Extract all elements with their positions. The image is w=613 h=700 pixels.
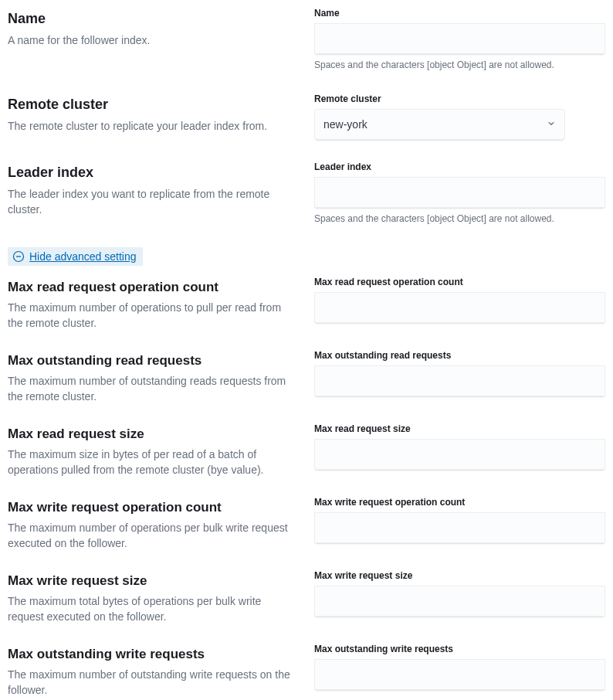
remote-cluster-title: Remote cluster <box>8 95 299 114</box>
max-read-request-operation-count-description: The maximum number of operations to pull… <box>8 301 299 331</box>
max-read-request-operation-count-input[interactable] <box>314 292 605 323</box>
max-read-request-operation-count-field-label: Max read request operation count <box>314 277 605 287</box>
max-write-request-size-description: The maximum total bytes of operations pe… <box>8 594 299 624</box>
remote-cluster-right: Remote cluster new-york <box>314 93 605 140</box>
max-write-request-size-section: Max write request size The maximum total… <box>8 570 605 625</box>
remote-cluster-select[interactable]: new-york <box>314 109 565 140</box>
leader-index-left: Leader index The leader index you want t… <box>8 161 314 226</box>
max-outstanding-write-requests-field-label: Max outstanding write requests <box>314 644 605 654</box>
leader-index-help-text: Spaces and the characters [object Object… <box>314 212 605 226</box>
advanced-section: Max read request operation count The max… <box>8 277 605 698</box>
max-read-request-operation-count-section: Max read request operation count The max… <box>8 277 605 331</box>
max-read-request-size-description: The maximum size in bytes of per read of… <box>8 447 299 477</box>
max-read-request-size-title: Max read request size <box>8 425 299 443</box>
max-outstanding-read-requests-input[interactable] <box>314 365 605 396</box>
leader-index-section: Leader index The leader index you want t… <box>8 161 605 226</box>
name-input[interactable] <box>314 23 605 54</box>
hide-advanced-toggle[interactable]: Hide advanced setting <box>8 247 143 266</box>
name-section: Name A name for the follower index. Name… <box>8 8 605 72</box>
max-read-request-size-section: Max read request size The maximum size i… <box>8 423 605 478</box>
max-read-request-size-input[interactable] <box>314 439 605 470</box>
remote-cluster-left: Remote cluster The remote cluster to rep… <box>8 93 314 140</box>
leader-index-title: Leader index <box>8 163 299 182</box>
max-write-request-operation-count-section: Max write request operation count The ma… <box>8 497 605 552</box>
leader-index-field-label: Leader index <box>314 161 605 172</box>
max-read-request-size-field-label: Max read request size <box>314 423 605 434</box>
max-write-request-size-input[interactable] <box>314 586 605 617</box>
hide-advanced-text: Hide advanced setting <box>29 250 137 263</box>
remote-cluster-field-label: Remote cluster <box>314 93 605 104</box>
remote-cluster-section: Remote cluster The remote cluster to rep… <box>8 93 605 140</box>
max-outstanding-read-requests-field-label: Max outstanding read requests <box>314 350 605 361</box>
minus-circle-icon <box>12 250 25 263</box>
name-title: Name <box>8 9 299 29</box>
leader-index-description: The leader index you want to replicate f… <box>8 187 299 217</box>
max-write-request-size-field-label: Max write request size <box>314 570 605 581</box>
leader-index-right: Leader index Spaces and the characters [… <box>314 161 605 226</box>
max-outstanding-read-requests-section: Max outstanding read requests The maximu… <box>8 350 605 405</box>
max-write-request-size-title: Max write request size <box>8 572 299 590</box>
max-outstanding-read-requests-description: The maximum number of outstanding reads … <box>8 374 299 404</box>
max-write-request-operation-count-description: The maximum number of operations per bul… <box>8 521 299 551</box>
max-outstanding-write-requests-section: Max outstanding write requests The maxim… <box>8 644 605 698</box>
remote-cluster-select-wrapper: new-york <box>314 109 565 140</box>
max-outstanding-read-requests-title: Max outstanding read requests <box>8 352 299 370</box>
max-outstanding-write-requests-description: The maximum number of outstanding write … <box>8 668 299 698</box>
max-outstanding-write-requests-input[interactable] <box>314 659 605 690</box>
name-field-label: Name <box>314 8 605 19</box>
max-write-request-operation-count-input[interactable] <box>314 512 605 543</box>
max-write-request-operation-count-title: Max write request operation count <box>8 498 299 517</box>
name-left: Name A name for the follower index. <box>8 8 314 72</box>
name-help-text: Spaces and the characters [object Object… <box>314 59 605 72</box>
max-read-request-operation-count-title: Max read request operation count <box>8 278 299 297</box>
name-right: Name Spaces and the characters [object O… <box>314 8 605 72</box>
max-outstanding-write-requests-title: Max outstanding write requests <box>8 645 299 664</box>
remote-cluster-description: The remote cluster to replicate your lea… <box>8 119 299 134</box>
max-write-request-operation-count-field-label: Max write request operation count <box>314 497 605 508</box>
name-description: A name for the follower index. <box>8 33 299 49</box>
leader-index-input[interactable] <box>314 177 605 208</box>
